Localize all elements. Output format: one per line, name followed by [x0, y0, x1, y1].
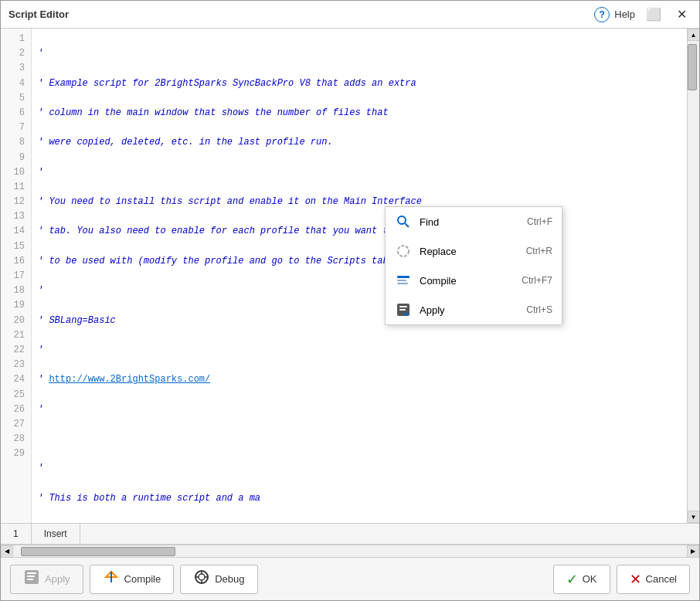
svg-point-2	[398, 246, 409, 256]
code-line-4: ' were copied, deleted, etc. in the last…	[38, 135, 681, 150]
toolbar: Apply Compile	[1, 557, 699, 600]
line-number: 28	[14, 433, 25, 444]
ok-button[interactable]: ✓ OK	[553, 565, 610, 594]
maximize-button[interactable]: ⬜	[641, 5, 666, 23]
svg-rect-7	[399, 306, 407, 307]
close-button[interactable]: ✕	[672, 5, 692, 23]
code-line-9: '	[38, 284, 681, 298]
code-editor[interactable]: ' ' Example script for 2BrightSparks Syn…	[32, 29, 687, 523]
scroll-down-arrow[interactable]: ▼	[688, 511, 700, 523]
compile-shortcut: Ctrl+F7	[522, 275, 552, 286]
svg-rect-13	[27, 579, 33, 580]
find-shortcut: Ctrl+F	[527, 216, 552, 227]
line-number: 19	[14, 300, 25, 311]
line-number: 24	[14, 374, 25, 385]
code-line-11: '	[38, 343, 681, 358]
code-line-10: ' SBLang=Basic	[38, 314, 681, 328]
status-mode: Insert	[32, 524, 80, 544]
debug-label: Debug	[215, 573, 244, 585]
compile-label: Compile	[124, 573, 161, 585]
line-number: 14	[14, 226, 25, 236]
help-section[interactable]: ? Help	[594, 7, 635, 22]
code-line-3: ' column in the main window that shows t…	[38, 106, 681, 121]
line-number: 29	[14, 448, 25, 459]
line-number: 17	[14, 270, 25, 281]
scroll-thumb-h[interactable]	[21, 547, 175, 556]
vertical-scrollbar[interactable]: ▲ ▼	[687, 29, 699, 523]
line-indicator: 1	[13, 528, 19, 539]
context-menu-apply[interactable]: Apply Ctrl+S	[386, 295, 562, 324]
scroll-thumb-v[interactable]	[688, 44, 697, 90]
line-number: 6	[19, 107, 25, 118]
code-line-6: ' You need to install this script and en…	[38, 195, 681, 209]
apply-menu-label: Apply	[420, 304, 518, 316]
svg-rect-5	[397, 283, 408, 284]
line-number: 1	[19, 33, 25, 44]
script-editor-window: Script Editor ? Help ⬜ ✕ 1 2 3 4 5 6 7 8…	[0, 0, 700, 601]
apply-icon	[23, 569, 40, 589]
status-extra	[80, 524, 105, 544]
replace-shortcut: Ctrl+R	[526, 246, 552, 256]
compile-button[interactable]: Compile	[90, 565, 175, 594]
svg-rect-12	[27, 576, 35, 577]
mode-indicator: Insert	[44, 528, 67, 539]
apply-menu-icon	[395, 301, 412, 318]
cancel-icon: ✕	[630, 571, 641, 588]
svg-point-0	[398, 216, 406, 224]
line-number: 13	[14, 211, 25, 222]
compile-icon	[103, 569, 120, 589]
scroll-right-arrow[interactable]: ▶	[687, 545, 699, 558]
line-number: 16	[14, 256, 25, 267]
svg-line-1	[405, 223, 409, 227]
line-number: 26	[14, 404, 25, 415]
code-line-1: '	[38, 46, 681, 61]
svg-rect-11	[27, 572, 36, 574]
status-bar: 1 Insert	[1, 523, 699, 545]
apply-button[interactable]: Apply	[10, 565, 83, 594]
code-line-5: '	[38, 165, 681, 180]
replace-icon	[395, 243, 412, 260]
editor-area: 1 2 3 4 5 6 7 8 9 10 11 12 13 14 15 16 1…	[1, 29, 699, 523]
replace-label: Replace	[420, 246, 518, 257]
line-number: 25	[14, 389, 25, 400]
line-number: 8	[19, 137, 25, 148]
line-number: 23	[14, 359, 25, 370]
context-menu-compile[interactable]: Compile Ctrl+F7	[386, 266, 562, 295]
window-title: Script Editor	[8, 8, 69, 20]
find-label: Find	[420, 216, 519, 228]
apply-shortcut: Ctrl+S	[526, 304, 552, 315]
svg-rect-4	[397, 280, 406, 281]
scroll-left-arrow[interactable]: ◀	[1, 545, 13, 558]
cancel-button[interactable]: ✕ Cancel	[617, 565, 690, 594]
horizontal-scrollbar[interactable]: ◀ ▶	[1, 545, 699, 557]
line-number: 10	[14, 167, 25, 178]
context-menu-replace[interactable]: Replace Ctrl+R	[386, 236, 562, 266]
context-menu: Find Ctrl+F Replace Ctrl+R	[385, 206, 562, 325]
line-number: 7	[19, 122, 25, 133]
svg-point-17	[199, 574, 205, 580]
scroll-h-track[interactable]	[13, 545, 687, 557]
context-menu-find[interactable]: Find Ctrl+F	[386, 207, 562, 236]
status-line: 1	[1, 524, 32, 544]
ok-label: OK	[583, 573, 597, 585]
help-label: Help	[614, 8, 635, 20]
debug-button[interactable]: Debug	[180, 565, 257, 594]
ok-icon: ✓	[566, 571, 578, 588]
apply-label: Apply	[45, 573, 70, 585]
scroll-up-arrow[interactable]: ▲	[688, 29, 700, 41]
svg-rect-8	[399, 309, 406, 311]
line-number: 9	[19, 152, 25, 163]
code-line-13: '	[38, 402, 681, 417]
line-number: 15	[14, 241, 25, 252]
cancel-label: Cancel	[646, 573, 677, 585]
debug-icon	[193, 569, 210, 589]
line-number: 4	[19, 78, 25, 89]
code-line-7: ' tab. You also need to enable for each …	[38, 224, 681, 239]
line-number: 21	[14, 330, 25, 341]
line-number: 20	[14, 315, 25, 326]
line-number: 5	[19, 93, 25, 104]
line-number: 18	[14, 285, 25, 296]
code-line-15: '	[38, 461, 681, 476]
line-number: 12	[14, 196, 25, 207]
compile-menu-label: Compile	[420, 275, 514, 287]
